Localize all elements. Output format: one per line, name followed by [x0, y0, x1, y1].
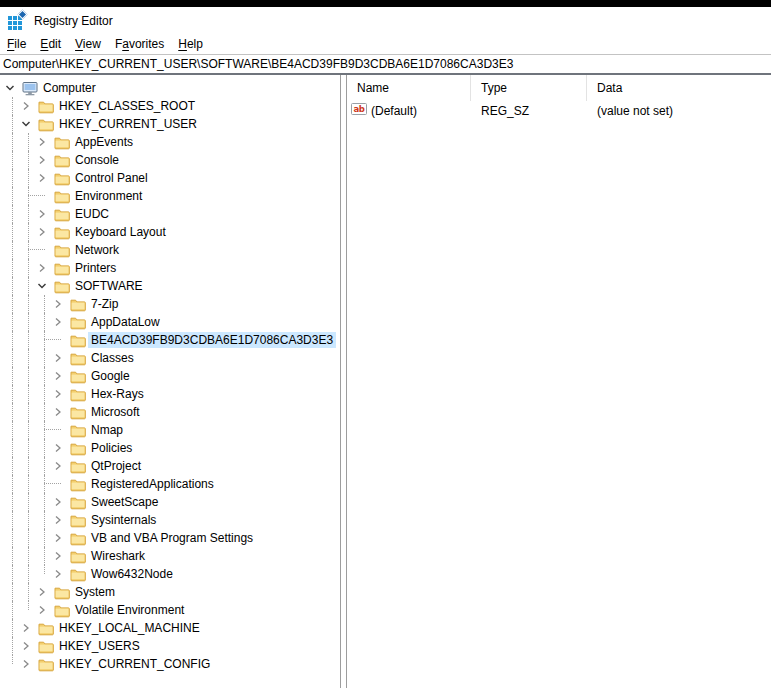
tree-item[interactable]: Classes	[0, 349, 340, 367]
tree-item[interactable]: Hex-Rays	[0, 385, 340, 403]
chevron-right-icon[interactable]	[37, 137, 47, 147]
menu-item-favorites[interactable]: Favorites	[108, 36, 171, 53]
tree-item[interactable]: HKEY_CURRENT_CONFIG	[0, 655, 340, 673]
tree-item[interactable]: RegisteredApplications	[0, 475, 340, 493]
tree-guide-line	[12, 151, 13, 169]
tree-item[interactable]: AppDataLow	[0, 313, 340, 331]
tree-item[interactable]: Console	[0, 151, 340, 169]
tree-item[interactable]: Control Panel	[0, 169, 340, 187]
tree-guide-line	[28, 547, 29, 565]
computer-icon	[22, 81, 38, 96]
tree-guide-line	[12, 583, 13, 601]
chevron-right-icon[interactable]	[53, 569, 63, 579]
tree-guide-line	[28, 457, 29, 475]
string-value-icon: ab	[351, 103, 367, 118]
tree-item[interactable]: AppEvents	[0, 133, 340, 151]
tree-guide-line	[12, 349, 13, 367]
folder-icon	[54, 189, 70, 204]
tree-guide-line	[44, 313, 45, 331]
tree-item[interactable]: Environment	[0, 187, 340, 205]
chevron-right-icon[interactable]	[53, 497, 63, 507]
chevron-right-icon[interactable]	[53, 515, 63, 525]
chevron-down-icon[interactable]	[21, 119, 31, 129]
chevron-right-icon[interactable]	[53, 461, 63, 471]
chevron-down-icon[interactable]	[37, 281, 47, 291]
chevron-right-icon[interactable]	[53, 299, 63, 309]
tree-item[interactable]: Volatile Environment	[0, 601, 340, 619]
tree-guide-line	[44, 439, 45, 457]
tree-item[interactable]: EUDC	[0, 205, 340, 223]
chevron-right-icon[interactable]	[37, 173, 47, 183]
tree-item[interactable]: Google	[0, 367, 340, 385]
tree-item[interactable]: HKEY_USERS	[0, 637, 340, 655]
column-header-type[interactable]: Type	[471, 75, 587, 101]
tree-item-label: SOFTWARE	[72, 278, 146, 294]
tree-pane: Computer HKEY_CLASSES_ROOT HKEY_CURRENT_…	[0, 75, 341, 688]
window-title: Registry Editor	[34, 14, 113, 28]
chevron-right-icon[interactable]	[53, 353, 63, 363]
chevron-right-icon[interactable]	[53, 533, 63, 543]
chevron-right-icon[interactable]	[53, 407, 63, 417]
tree-guide-line	[28, 205, 29, 223]
tree-item[interactable]: Sysinternals	[0, 511, 340, 529]
tree-item[interactable]: VB and VBA Program Settings	[0, 529, 340, 547]
address-input[interactable]	[0, 56, 771, 72]
chevron-right-icon[interactable]	[37, 227, 47, 237]
chevron-right-icon[interactable]	[21, 623, 31, 633]
tree-item[interactable]: QtProject	[0, 457, 340, 475]
chevron-right-icon[interactable]	[21, 101, 31, 111]
tree-item[interactable]: HKEY_CLASSES_ROOT	[0, 97, 340, 115]
tree-guide-line	[12, 619, 13, 637]
tree-guide-line	[12, 277, 13, 295]
menu-item-view[interactable]: View	[68, 36, 108, 53]
tree-item-label: HKEY_CLASSES_ROOT	[56, 98, 198, 114]
chevron-right-icon[interactable]	[37, 155, 47, 165]
tree-guide-line	[44, 403, 45, 421]
tree-item[interactable]: Keyboard Layout	[0, 223, 340, 241]
tree-item[interactable]: Wireshark	[0, 547, 340, 565]
column-header-data[interactable]: Data	[587, 75, 771, 101]
tree-item[interactable]: HKEY_LOCAL_MACHINE	[0, 619, 340, 637]
tree-guide-line	[12, 295, 13, 313]
tree-guide-line	[28, 565, 29, 583]
tree-item[interactable]: System	[0, 583, 340, 601]
tree-item[interactable]: Nmap	[0, 421, 340, 439]
tree-item[interactable]: SweetScape	[0, 493, 340, 511]
tree-item-label: Printers	[72, 260, 119, 276]
tree-item[interactable]: SOFTWARE	[0, 277, 340, 295]
tree-guide-line	[28, 169, 29, 187]
chevron-down-icon[interactable]	[5, 83, 15, 93]
tree-item[interactable]: Printers	[0, 259, 340, 277]
tree-item[interactable]: BE4ACD39FB9D3CDBA6E1D7086CA3D3E3	[0, 331, 340, 349]
chevron-right-icon[interactable]	[21, 641, 31, 651]
tree-item-label: AppDataLow	[88, 314, 163, 330]
folder-icon	[54, 225, 70, 240]
tree-item[interactable]: Network	[0, 241, 340, 259]
menu-item-file[interactable]: File	[0, 36, 33, 53]
chevron-right-icon[interactable]	[37, 209, 47, 219]
chevron-right-icon[interactable]	[37, 605, 47, 615]
tree-item[interactable]: Wow6432Node	[0, 565, 340, 583]
chevron-right-icon[interactable]	[53, 551, 63, 561]
tree-guide-line	[28, 187, 29, 205]
value-row[interactable]: ab(Default)REG_SZ(value not set)	[347, 101, 771, 120]
chevron-right-icon[interactable]	[53, 371, 63, 381]
chevron-right-icon[interactable]	[53, 443, 63, 453]
tree-item[interactable]: Microsoft	[0, 403, 340, 421]
column-header-name[interactable]: Name	[347, 75, 471, 101]
tree-item[interactable]: Computer	[0, 79, 340, 97]
menu-access-key: F	[7, 37, 14, 51]
tree-guide-line	[12, 115, 13, 133]
folder-icon	[54, 279, 70, 294]
chevron-right-icon[interactable]	[53, 317, 63, 327]
menu-item-edit[interactable]: Edit	[33, 36, 68, 53]
tree-guide-line	[12, 457, 13, 475]
chevron-right-icon[interactable]	[21, 659, 31, 669]
tree-item[interactable]: Policies	[0, 439, 340, 457]
chevron-right-icon[interactable]	[37, 263, 47, 273]
chevron-right-icon[interactable]	[53, 389, 63, 399]
chevron-right-icon[interactable]	[37, 587, 47, 597]
tree-item[interactable]: 7-Zip	[0, 295, 340, 313]
tree-item[interactable]: HKEY_CURRENT_USER	[0, 115, 340, 133]
menu-item-help[interactable]: Help	[171, 36, 210, 53]
